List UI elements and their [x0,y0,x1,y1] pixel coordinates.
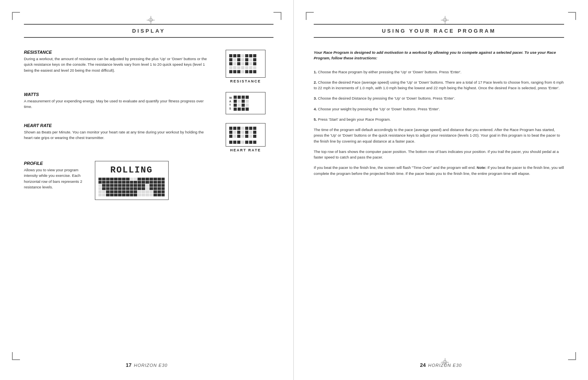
step-2-text: Choose the desired Pace (average speed) … [314,80,564,90]
corner-tl [12,12,20,20]
resistance-text-block: RESISTANCE During a workout, the amount … [24,50,210,73]
watts-letters: W A T S [229,96,232,111]
hr-title: HEART RATE [24,123,210,128]
step-7-text: The top row of bars shows the computer p… [314,149,559,159]
right-corner-br [568,352,576,360]
resistance-display [226,50,265,78]
step-5-text: Press 'Start' and begin your Race Progra… [318,117,391,121]
watts-display: W A T S [226,92,265,114]
right-section-header: USING YOUR RACE PROGRAM [314,24,564,38]
race-steps: 1. Choose the Race program by either pre… [314,69,564,176]
right-page: USING YOUR RACE PROGRAM Your Race Progra… [294,0,588,380]
step-5-num: 5. [314,117,317,121]
left-section-header: DISPLAY [24,24,273,38]
watts-image: W A T S [218,92,273,114]
hr-label: HEART RATE [230,148,261,152]
race-intro: Your Race Program is designed to add mot… [314,50,564,61]
corner-bl [12,352,20,360]
right-page-brand: HORIZON E30 [428,363,462,368]
step-6-text: The time of the program will default acc… [314,127,560,143]
hr-bottom-grid [229,141,262,144]
left-page-brand: HORIZON E30 [134,363,167,368]
bar-row-2 [98,181,165,184]
right-footer: 24 HORIZON E30 [294,362,588,368]
heart-rate-item: HEART RATE Shown as Beats per Minute. Yo… [24,123,273,152]
bar-row-6 [98,194,165,196]
rolling-text: ROLLING [98,165,165,175]
profile-title: PROFILE [24,161,88,166]
step-3-num: 3. [314,96,317,100]
step-3-text: Choose the desired Distance by pressing … [318,96,455,100]
profile-text-block: PROFILE Allows you to view your program … [24,161,88,190]
step-7: The top row of bars shows the computer p… [314,149,564,161]
step-1: 1. Choose the Race program by either pre… [314,69,564,75]
profile-image: ROLLING [92,161,171,200]
hr-top-grid [229,127,262,138]
watts-title: WATTS [24,92,210,97]
display-section: RESISTANCE During a workout, the amount … [24,50,273,200]
profile-display: ROLLING [95,161,169,200]
bar-row-5 [98,190,165,193]
right-page-num: 24 [420,362,426,368]
right-corner-tr [568,12,576,20]
profile-item: PROFILE Allows you to view your program … [24,161,273,200]
left-page-num: 17 [126,362,132,368]
step-4-text: Choose your weight by pressing the 'Up' … [318,107,440,111]
step-6: The time of the program will default acc… [314,127,564,144]
watts-item: WATTS A measurement of your expending en… [24,92,273,114]
step-8: If you beat the pacer to the finish line… [314,165,564,176]
watts-text-block: WATTS A measurement of your expending en… [24,92,210,110]
left-footer: 17 HORIZON E30 [0,362,293,368]
resistance-label: RESISTANCE [230,79,261,83]
hr-display [226,123,265,147]
left-page: DISPLAY RESISTANCE During a workout, the… [0,0,294,380]
hr-image: HEART RATE [218,123,273,152]
step-1-text: Choose the Race program by either pressi… [318,70,462,74]
watts-pixel-grid [234,96,249,111]
corner-tr [273,12,281,20]
step-2: 2. Choose the desired Pace (average spee… [314,80,564,91]
profile-bars [98,178,165,196]
resistance-image: RESISTANCE [218,50,273,83]
step-3: 3. Choose the desired Distance by pressi… [314,96,564,101]
step-8-text: If you beat the pacer to the finish line… [314,165,564,175]
step-1-num: 1. [314,70,317,74]
hr-body: Shown as Beats per Minute. You can monit… [24,129,210,141]
profile-body: Allows you to view your program intensit… [24,167,88,190]
hr-text-block: HEART RATE Shown as Beats per Minute. Yo… [24,123,210,141]
step-5: 5. Press 'Start' and begin your Race Pro… [314,117,564,122]
step-4-num: 4. [314,107,317,111]
bar-row-4 [98,187,165,190]
resistance-title: RESISTANCE [24,50,210,55]
bar-row-3 [98,184,165,187]
bar-row-1 [98,178,165,180]
resistance-body: During a workout, the amount of resistan… [24,56,210,73]
step-4: 4. Choose your weight by pressing the 'U… [314,106,564,112]
right-corner-tl [306,12,314,20]
step-2-num: 2. [314,80,317,84]
resistance-item: RESISTANCE During a workout, the amount … [24,50,273,83]
watts-body: A measurement of your expending energy. … [24,98,210,110]
